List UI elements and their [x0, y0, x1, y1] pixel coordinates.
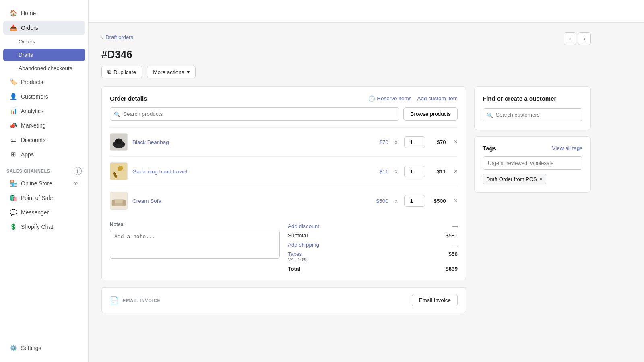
- apps-icon: ⊞: [10, 151, 17, 158]
- qty-input-sofa[interactable]: [404, 195, 425, 207]
- sidebar-customers-label: Customers: [21, 93, 48, 100]
- search-products-input[interactable]: [110, 107, 399, 121]
- search-icon: 🔍: [114, 111, 120, 117]
- total-value: $639: [446, 266, 458, 272]
- duplicate-icon: ⧉: [107, 69, 111, 75]
- sidebar-products-label: Products: [21, 79, 43, 85]
- product-price-beanbag: $70: [379, 139, 388, 145]
- table-row: Black Beanbag $70 x $70 ×: [110, 127, 458, 156]
- subtotal-label: Subtotal: [288, 232, 308, 239]
- pos-icon: 🛍️: [10, 194, 17, 202]
- sidebar-item-discounts[interactable]: 🏷 Discounts: [3, 133, 85, 147]
- svg-point-1: [115, 138, 122, 144]
- invoice-left: 📄 EMAIL INVOICE: [110, 296, 161, 305]
- taxes-row: Taxes VAT 10% $58: [288, 251, 458, 263]
- remove-beanbag-button[interactable]: ×: [454, 138, 458, 146]
- view-all-tags-button[interactable]: View all tags: [552, 145, 582, 151]
- tags-title: Tags: [483, 145, 496, 152]
- email-invoice-button[interactable]: Email invoice: [412, 294, 458, 306]
- add-shipping-button[interactable]: Add shipping: [288, 242, 319, 248]
- more-actions-button[interactable]: More actions ▾: [147, 66, 195, 78]
- discount-row: Add discount —: [288, 223, 458, 229]
- sidebar-item-analytics[interactable]: 📊 Analytics: [3, 104, 85, 118]
- notes-label: Notes: [110, 222, 280, 227]
- sidebar-item-customers[interactable]: 👤 Customers: [3, 90, 85, 103]
- tags-input[interactable]: [483, 156, 582, 170]
- tag-label: Draft Order from POS: [486, 176, 537, 182]
- sidebar-discounts-label: Discounts: [21, 137, 45, 143]
- sidebar-item-settings[interactable]: ⚙️ Settings: [3, 341, 85, 355]
- sidebar-item-drafts[interactable]: Drafts: [3, 49, 85, 61]
- top-bar: [89, 0, 644, 23]
- find-customer-card: Find or create a customer 🔍: [474, 86, 591, 130]
- duplicate-button[interactable]: ⧉ Duplicate: [101, 66, 142, 78]
- order-details-section: Order details 🕐 Reserve items Add custom…: [101, 86, 466, 313]
- sidebar-item-shopify-chat[interactable]: 💲 Shopify Chat: [3, 220, 85, 234]
- qty-input-trowel[interactable]: [404, 166, 425, 177]
- tags-header: Tags View all tags: [483, 145, 582, 152]
- prev-button[interactable]: ‹: [564, 32, 576, 45]
- list-item: Draft Order from POS ×: [483, 174, 546, 184]
- tags-card: Tags View all tags Draft Order from POS …: [474, 136, 591, 193]
- taxes-sub-label: VAT 10%: [288, 257, 308, 263]
- sidebar-item-home[interactable]: 🏠 Home: [3, 6, 85, 20]
- add-custom-item-button[interactable]: Add custom item: [417, 95, 458, 101]
- breadcrumb-chevron: ‹: [101, 34, 103, 40]
- svg-point-3: [116, 165, 124, 172]
- product-list: Black Beanbag $70 x $70 ×: [110, 127, 458, 215]
- subtotal-row: Subtotal $581: [288, 232, 458, 239]
- main-content: ‹ Draft orders ‹ › #D346 ⧉ Duplicate Mor…: [89, 0, 644, 362]
- next-button[interactable]: ›: [578, 32, 591, 45]
- customers-icon: 👤: [10, 93, 17, 100]
- sidebar-item-abandoned[interactable]: Abandoned checkouts: [3, 62, 85, 74]
- remove-trowel-button[interactable]: ×: [454, 168, 458, 175]
- sidebar-item-point-of-sale[interactable]: 🛍️ Point of Sale: [3, 191, 85, 205]
- sidebar-item-marketing[interactable]: 📣 Marketing: [3, 119, 85, 132]
- sidebar-item-products[interactable]: 🏷️ Products: [3, 75, 85, 89]
- clock-icon: 🕐: [368, 95, 375, 102]
- sidebar-orders-label: Orders: [21, 25, 38, 31]
- marketing-icon: 📣: [10, 122, 17, 129]
- sidebar-item-apps[interactable]: ⊞ Apps: [3, 148, 85, 161]
- analytics-icon: 📊: [10, 107, 17, 115]
- svg-rect-2: [113, 172, 118, 178]
- product-total-sofa: $500: [430, 198, 446, 204]
- customer-search-wrap: 🔍: [483, 108, 582, 121]
- sidebar-item-online-store[interactable]: 🏪 Online Store 👁: [3, 177, 85, 190]
- sidebar-online-store-label: Online Store: [21, 180, 52, 187]
- table-row: Cream Sofa $500 x $500 ×: [110, 186, 458, 215]
- messenger-icon: 💬: [10, 209, 17, 216]
- remove-sofa-button[interactable]: ×: [454, 197, 458, 204]
- order-details-card: Order details 🕐 Reserve items Add custom…: [101, 86, 466, 280]
- breadcrumb[interactable]: ‹ Draft orders: [101, 34, 133, 40]
- product-name-trowel[interactable]: Gardening hand trowel: [132, 169, 188, 175]
- sidebar-item-messenger[interactable]: 💬 Messenger: [3, 206, 85, 219]
- sidebar-apps-label: Apps: [21, 151, 34, 158]
- sidebar-item-orders[interactable]: 📥 Orders: [3, 21, 85, 35]
- product-search-row: 🔍 Browse products: [110, 107, 458, 121]
- order-header-actions: 🕐 Reserve items Add custom item: [368, 95, 458, 102]
- tags-list: Draft Order from POS ×: [483, 174, 582, 184]
- email-invoice-card: 📄 EMAIL INVOICE Email invoice: [101, 287, 466, 313]
- add-sales-channel-button[interactable]: +: [74, 167, 82, 175]
- qty-input-beanbag[interactable]: [404, 136, 425, 148]
- add-discount-button[interactable]: Add discount: [288, 223, 319, 229]
- products-icon: 🏷️: [10, 78, 17, 86]
- customer-search-input[interactable]: [483, 108, 582, 121]
- notes-input[interactable]: [110, 230, 280, 259]
- settings-icon: ⚙️: [10, 344, 17, 352]
- sidebar-settings-label: Settings: [21, 345, 41, 351]
- browse-products-button[interactable]: Browse products: [403, 107, 458, 121]
- breadcrumb-text: Draft orders: [105, 34, 133, 40]
- taxes-label[interactable]: Taxes: [288, 251, 308, 257]
- product-name-beanbag[interactable]: Black Beanbag: [132, 139, 169, 145]
- product-name-sofa[interactable]: Cream Sofa: [132, 198, 161, 204]
- page-actions: ⧉ Duplicate More actions ▾: [101, 66, 591, 78]
- orders-icon: 📥: [10, 24, 17, 31]
- shipping-row: Add shipping —: [288, 242, 458, 248]
- discounts-icon: 🏷: [10, 136, 17, 144]
- remove-tag-button[interactable]: ×: [539, 176, 543, 182]
- sidebar-item-orders-sub[interactable]: Orders: [3, 35, 85, 48]
- table-row: Gardening hand trowel $11 x $11 ×: [110, 156, 458, 186]
- reserve-items-button[interactable]: 🕐 Reserve items: [368, 95, 411, 102]
